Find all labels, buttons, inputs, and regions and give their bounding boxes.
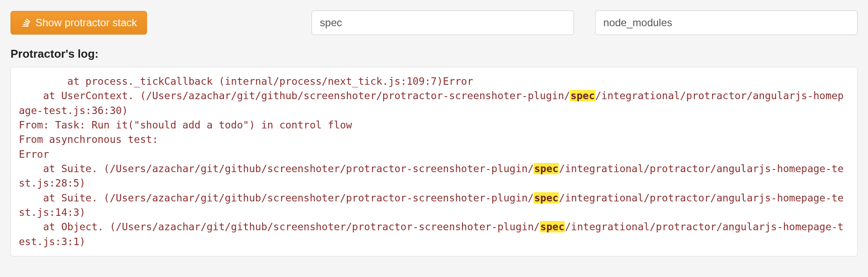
toolbar: Show protractor stack <box>10 10 858 35</box>
highlighted-term: spec <box>534 163 559 174</box>
show-protractor-stack-button[interactable]: Show protractor stack <box>10 11 147 35</box>
stack-icon <box>21 17 31 28</box>
show-stack-label: Show protractor stack <box>35 17 137 29</box>
highlighted-term: spec <box>534 192 559 204</box>
log-output: at process._tickCallback (internal/proce… <box>10 67 858 256</box>
highlighted-term: spec <box>540 221 565 232</box>
highlighted-term: spec <box>570 90 595 101</box>
log-title: Protractor's log: <box>10 47 858 61</box>
highlight-filter-input[interactable] <box>312 10 574 35</box>
exclude-filter-input[interactable] <box>595 10 858 35</box>
